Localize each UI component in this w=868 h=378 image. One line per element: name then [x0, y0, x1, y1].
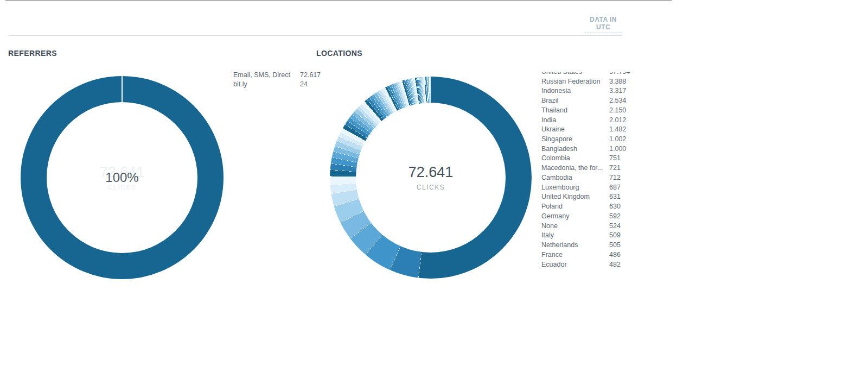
location-value: 630 [609, 203, 621, 210]
location-label: None [541, 222, 609, 230]
location-label: United Kingdom [541, 193, 609, 200]
location-value: 1.482 [609, 125, 626, 133]
location-row: Netherlands505 [541, 240, 634, 250]
location-label: Brazil [541, 97, 609, 104]
location-row: Italy509 [541, 230, 634, 240]
referrer-row: Email, SMS, Direct72.617 [233, 70, 358, 80]
location-row: Colombia751 [541, 154, 634, 163]
location-label: Macedonia, the for... [541, 164, 609, 172]
locations-list: United States37.754Russian Federation3.3… [541, 72, 634, 269]
locations-donut-hole: 72.641 CLICKS [356, 103, 506, 253]
location-row: Poland630 [541, 201, 634, 211]
location-value: 1.000 [609, 145, 626, 153]
referrer-row: bit.ly24 [233, 80, 358, 90]
location-row: Ukraine1.482 [541, 124, 634, 134]
location-value: 3.317 [609, 87, 626, 94]
location-value: 1.002 [609, 135, 626, 143]
location-value: 592 [609, 212, 621, 220]
location-label: Italy [541, 231, 609, 239]
referrer-label: Email, SMS, Direct [233, 71, 300, 79]
referrer-value: 72.617 [300, 71, 321, 79]
location-label: Cambodia [541, 174, 609, 181]
referrers-donut-hole: 72.641 CLICKS 100% [47, 102, 197, 253]
top-border-line [5, 0, 672, 1]
referrer-value: 24 [300, 80, 308, 88]
location-label: Ecuador [541, 261, 609, 268]
locations-section-title: LOCATIONS [316, 49, 362, 58]
location-value: 524 [609, 222, 621, 230]
location-value: 712 [609, 174, 621, 181]
location-label: India [541, 116, 609, 124]
location-label: Colombia [541, 154, 609, 162]
location-row: Cambodia712 [541, 173, 634, 182]
location-row: Ecuador482 [541, 260, 634, 269]
location-row: Thailand2.150 [541, 105, 634, 115]
location-row: United States37.754 [541, 72, 634, 77]
location-value: 482 [609, 261, 621, 268]
location-value: 3.388 [609, 78, 626, 85]
location-row: None524 [541, 221, 634, 231]
location-value: 486 [609, 251, 621, 259]
location-row: Macedonia, the for...721 [541, 163, 634, 173]
location-label: Netherlands [541, 241, 609, 249]
location-value: 687 [609, 184, 621, 191]
location-label: Ukraine [541, 125, 609, 133]
location-value: 2.012 [609, 116, 626, 124]
location-label: France [541, 251, 609, 259]
location-row: Indonesia3.317 [541, 86, 634, 96]
referrers-hover-percent: 100% [47, 102, 197, 253]
location-row: India2.012 [541, 115, 634, 125]
location-label: Indonesia [541, 87, 609, 94]
referrers-donut-chart[interactable]: 72.641 CLICKS 100% [21, 76, 224, 279]
location-value: 2.150 [609, 106, 626, 114]
location-label: Luxembourg [541, 184, 609, 191]
location-row: France486 [541, 250, 634, 260]
location-row: Luxembourg687 [541, 182, 634, 192]
location-label: Singapore [541, 135, 609, 143]
location-label: Poland [541, 203, 609, 210]
data-in-utc-link[interactable]: DATA IN UTC [584, 16, 622, 33]
location-row: United Kingdom631 [541, 192, 634, 202]
location-value: 505 [609, 241, 621, 249]
locations-donut-chart[interactable]: 72.641 CLICKS [330, 77, 532, 279]
location-row: Bangladesh1.000 [541, 144, 634, 154]
locations-center-value: 72.641 [409, 164, 454, 181]
locations-center-label: CLICKS [417, 184, 445, 191]
location-label: United States [541, 72, 609, 75]
location-row: Brazil2.534 [541, 96, 634, 105]
referrer-label: bit.ly [233, 80, 300, 88]
location-value: 37.754 [609, 72, 630, 75]
location-row: Germany592 [541, 211, 634, 221]
location-row: Russian Federation3.388 [541, 77, 634, 86]
referrers-section-title: REFERRERS [8, 49, 57, 58]
referrers-legend: Email, SMS, Direct72.617bit.ly24 [233, 70, 358, 89]
location-label: Germany [541, 212, 609, 220]
header-divider [8, 35, 622, 36]
location-value: 751 [609, 154, 621, 162]
location-value: 509 [609, 231, 621, 239]
location-label: Russian Federation [541, 78, 609, 85]
location-value: 2.534 [609, 97, 626, 104]
stats-page: DATA IN UTC REFERRERS LOCATIONS 72.641 C… [0, 0, 868, 378]
locations-list-viewport[interactable]: United States37.754Russian Federation3.3… [541, 72, 634, 271]
location-value: 721 [609, 164, 621, 172]
location-label: Thailand [541, 106, 609, 114]
location-label: Bangladesh [541, 145, 609, 153]
location-row: Singapore1.002 [541, 134, 634, 144]
location-value: 631 [609, 193, 621, 200]
